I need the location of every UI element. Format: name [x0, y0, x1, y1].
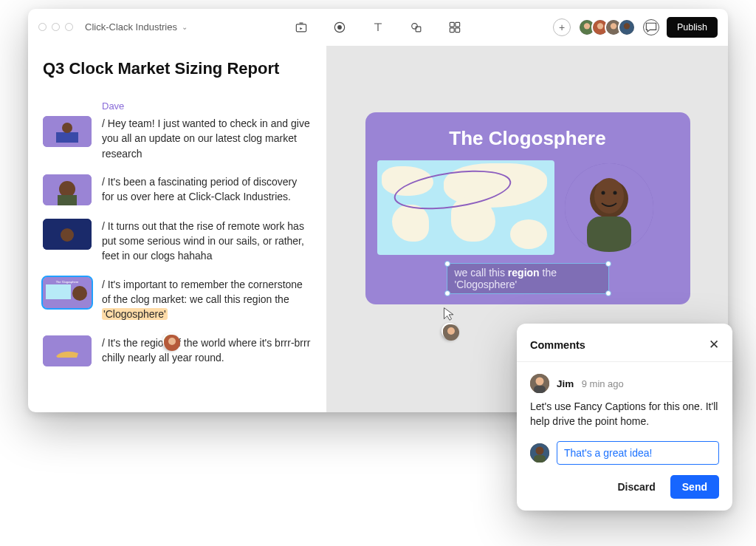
- collaborator-cursor: [161, 327, 179, 349]
- slide[interactable]: The Clogosphere: [365, 112, 690, 304]
- comment-author-name: Jim: [557, 378, 574, 389]
- add-collaborator-button[interactable]: +: [553, 18, 571, 36]
- scene-thumbnail[interactable]: [43, 219, 92, 250]
- highlighted-text[interactable]: 'Clogosphere': [102, 308, 168, 320]
- transcript-row[interactable]: / Hey team! I just wanted to check in an…: [43, 116, 312, 161]
- traffic-light-close[interactable]: [38, 23, 47, 31]
- svg-rect-42: [534, 386, 546, 393]
- page-title: Q3 Clock Market Sizing Report: [43, 59, 312, 78]
- resize-handle[interactable]: [605, 261, 611, 267]
- record-icon[interactable]: [331, 19, 348, 35]
- scene-thumbnail[interactable]: [43, 335, 92, 366]
- svg-point-14: [611, 23, 616, 29]
- svg-point-44: [536, 446, 544, 454]
- transcript-line[interactable]: / Hey team! I just wanted to check in an…: [102, 116, 312, 161]
- media-icon[interactable]: [293, 19, 309, 35]
- project-switcher[interactable]: Click-Clack Industries ⌄: [85, 21, 188, 33]
- collaborator-avatars: [578, 18, 636, 36]
- svg-point-35: [613, 191, 616, 195]
- comments-panel: Comments ✕ Jim 9 min ago Let's use Fancy…: [517, 324, 732, 511]
- transcript-line[interactable]: / It turns out that the rise of remote w…: [102, 219, 312, 264]
- svg-rect-45: [534, 455, 546, 463]
- scene-thumbnail[interactable]: [43, 174, 92, 205]
- transcript-line[interactable]: / It's been a fascinating period of disc…: [102, 174, 312, 205]
- transcript-line[interactable]: / It's the region of the world where it'…: [102, 335, 312, 366]
- reply-author-avatar: [530, 443, 549, 463]
- divider: [517, 361, 732, 362]
- window-controls[interactable]: [38, 23, 73, 31]
- comment-author-avatar: [530, 374, 549, 393]
- traffic-light-zoom[interactable]: [65, 23, 73, 31]
- svg-rect-7: [450, 27, 454, 32]
- transcript-row[interactable]: / It's been a fascinating period of disc…: [43, 174, 312, 205]
- svg-point-41: [536, 378, 544, 386]
- svg-rect-29: [43, 335, 92, 366]
- close-icon[interactable]: ✕: [709, 337, 719, 352]
- svg-rect-18: [56, 132, 78, 143]
- transcript-line[interactable]: / It's important to remember the corners…: [102, 277, 312, 322]
- chevron-down-icon: ⌄: [182, 23, 188, 31]
- collaborator-cursor: [441, 307, 458, 339]
- svg-point-3: [412, 23, 418, 28]
- svg-point-19: [62, 123, 72, 133]
- svg-rect-8: [456, 27, 460, 32]
- svg-point-37: [168, 338, 176, 345]
- project-name: Click-Clack Industries: [85, 21, 177, 33]
- comment-body: Let's use Fancy Captions for this one. I…: [530, 399, 719, 429]
- comments-title: Comments: [530, 339, 585, 351]
- svg-rect-6: [456, 22, 460, 27]
- collaborator-cursor-avatar: [441, 323, 458, 339]
- svg-point-33: [594, 178, 624, 214]
- svg-point-21: [59, 181, 75, 197]
- slide-map: [377, 160, 554, 255]
- text-icon[interactable]: [370, 19, 386, 35]
- speaker-video: [565, 163, 653, 252]
- svg-point-12: [597, 23, 603, 29]
- transcript-row[interactable]: / It turns out that the rise of remote w…: [43, 219, 312, 264]
- shapes-icon[interactable]: [408, 19, 425, 35]
- svg-point-16: [624, 23, 630, 29]
- reply-input[interactable]: [557, 441, 719, 465]
- svg-rect-5: [450, 22, 454, 27]
- transcript-row[interactable]: The Clogosphere / It's important to reme…: [43, 277, 312, 322]
- slide-title: The Clogosphere: [377, 127, 678, 150]
- templates-icon[interactable]: [447, 19, 463, 35]
- caption-text-box[interactable]: we call this region the 'Clogosphere': [447, 263, 609, 294]
- speaker-label: Dave: [102, 100, 312, 112]
- send-button[interactable]: Send: [670, 475, 719, 499]
- resize-handle[interactable]: [444, 290, 450, 296]
- discard-button[interactable]: Discard: [608, 475, 664, 499]
- svg-point-2: [337, 25, 342, 30]
- scene-thumbnail[interactable]: [43, 116, 92, 147]
- collaborator-cursor-avatar: [162, 333, 179, 349]
- svg-point-39: [447, 327, 455, 335]
- transcript-pane: Q3 Clock Market Sizing Report Dave / Hey…: [28, 46, 327, 412]
- comment-timestamp: 9 min ago: [582, 378, 624, 389]
- publish-button[interactable]: Publish: [667, 17, 718, 38]
- svg-point-34: [601, 191, 605, 195]
- svg-text:The Clogosphere: The Clogosphere: [56, 280, 79, 284]
- scene-thumbnail[interactable]: The Clogosphere: [43, 277, 92, 308]
- svg-rect-22: [58, 195, 77, 205]
- resize-handle[interactable]: [605, 290, 611, 296]
- svg-point-24: [61, 228, 74, 242]
- toolbar: Click-Clack Industries ⌄ +: [28, 9, 728, 46]
- svg-rect-32: [587, 216, 631, 252]
- traffic-light-minimize[interactable]: [52, 23, 60, 31]
- svg-rect-26: [46, 284, 71, 299]
- svg-point-10: [584, 23, 590, 29]
- avatar[interactable]: [618, 18, 636, 36]
- comments-icon[interactable]: [643, 19, 659, 35]
- svg-point-27: [72, 286, 87, 301]
- resize-handle[interactable]: [444, 261, 450, 267]
